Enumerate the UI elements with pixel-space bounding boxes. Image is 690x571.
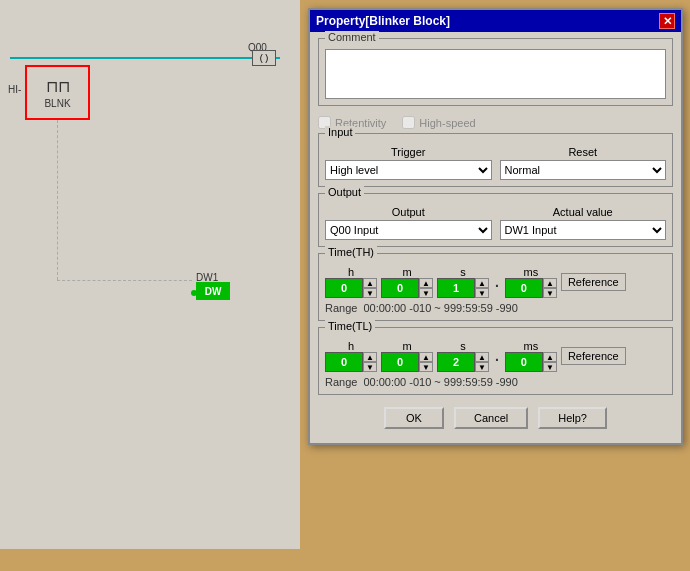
th-ms-up[interactable]: ▲ [543,278,557,288]
dialog-body: Comment Retentivity High-speed Input Tri… [310,32,681,443]
comment-input[interactable] [325,49,666,99]
th-m-group: m ▲ ▼ [381,266,433,298]
tl-s-input[interactable] [437,352,475,372]
th-m-down[interactable]: ▼ [419,288,433,298]
th-m-input[interactable] [381,278,419,298]
tl-m-down[interactable]: ▼ [419,362,433,372]
tl-ms-group: ms ▲ ▼ [505,340,557,372]
th-range-value: 00:00:00 -010 ~ 999:59:59 -990 [363,302,517,314]
orange-bar [0,549,300,571]
tl-h-label: h [348,340,354,352]
trigger-label: Trigger [325,146,492,158]
tl-ms-up[interactable]: ▲ [543,352,557,362]
tl-m-input[interactable] [381,352,419,372]
reset-dropdown[interactable]: Normal [500,160,667,180]
trigger-reset-row: Trigger High level Reset Normal [325,146,666,180]
options-row: Retentivity High-speed [318,112,673,133]
trigger-dropdown[interactable]: High level [325,160,492,180]
comment-label: Comment [325,31,379,43]
tl-dot-separator: . [495,348,499,364]
th-h-down[interactable]: ▼ [363,288,377,298]
input-section-label: Input [325,126,355,138]
coil-symbol: ( ) [260,53,269,63]
reset-col: Reset Normal [500,146,667,180]
tl-h-btns: ▲ ▼ [363,352,377,372]
tl-m-up[interactable]: ▲ [419,352,433,362]
highspeed-label: High-speed [419,117,475,129]
th-ms-btns: ▲ ▼ [543,278,557,298]
tl-h-input[interactable] [325,352,363,372]
tl-s-label: s [460,340,466,352]
th-ms-label: ms [524,266,539,278]
cancel-button[interactable]: Cancel [454,407,528,429]
th-ms-spinner: ▲ ▼ [505,278,557,298]
th-h-spinner: ▲ ▼ [325,278,377,298]
tl-ms-down[interactable]: ▼ [543,362,557,372]
tl-h-spinner: ▲ ▼ [325,352,377,372]
tl-range-value: 00:00:00 -010 ~ 999:59:59 -990 [363,376,517,388]
tl-h-down[interactable]: ▼ [363,362,377,372]
property-dialog: Property[Blinker Block] ✕ Comment Retent… [308,8,683,445]
input-section: Input Trigger High level Reset Normal [318,133,673,187]
tl-s-spinner: ▲ ▼ [437,352,489,372]
dashed-wire-v [57,120,58,280]
actual-value-col: Actual value DW1 Input [500,206,667,240]
th-s-up[interactable]: ▲ [475,278,489,288]
th-s-group: s ▲ ▼ [437,266,489,298]
dw-label: DW [205,286,222,297]
th-m-up[interactable]: ▲ [419,278,433,288]
tl-range-row: Range 00:00:00 -010 ~ 999:59:59 -990 [325,376,666,388]
th-m-label: m [402,266,411,278]
tl-m-group: m ▲ ▼ [381,340,433,372]
time-th-label: Time(TH) [325,246,377,258]
tl-m-label: m [402,340,411,352]
tl-ms-input[interactable] [505,352,543,372]
blnk-symbol: ⊓⊓ [46,77,70,96]
dialog-footer: OK Cancel Help? [318,401,673,437]
tl-m-spinner: ▲ ▼ [381,352,433,372]
time-tl-section: Time(TL) h ▲ ▼ m [318,327,673,395]
th-s-down[interactable]: ▼ [475,288,489,298]
hi-label: HI- [8,84,21,95]
th-reference-button[interactable]: Reference [561,273,626,291]
tl-h-up[interactable]: ▲ [363,352,377,362]
wire-horizontal [10,57,280,59]
tl-reference-button[interactable]: Reference [561,347,626,365]
th-m-btns: ▲ ▼ [419,278,433,298]
th-range-row: Range 00:00:00 -010 ~ 999:59:59 -990 [325,302,666,314]
time-tl-label: Time(TL) [325,320,375,332]
tl-ms-spinner: ▲ ▼ [505,352,557,372]
close-button[interactable]: ✕ [659,13,675,29]
dialog-titlebar: Property[Blinker Block] ✕ [310,10,681,32]
tl-s-up[interactable]: ▲ [475,352,489,362]
tl-ms-btns: ▲ ▼ [543,352,557,372]
highspeed-checkbox[interactable] [402,116,415,129]
time-tl-row: h ▲ ▼ m ▲ ▼ [325,340,666,372]
highspeed-option[interactable]: High-speed [402,116,475,129]
actual-value-label: Actual value [500,206,667,218]
th-ms-down[interactable]: ▼ [543,288,557,298]
help-button[interactable]: Help? [538,407,607,429]
output-section: Output Output Q00 Input Actual value DW1… [318,193,673,247]
th-ms-group: ms ▲ ▼ [505,266,557,298]
output-section-label: Output [325,186,364,198]
ladder-diagram: B0001 HI- ⊓⊓ BLNK Q00 ( ) DW1 DW [0,0,300,571]
tl-s-down[interactable]: ▼ [475,362,489,372]
output-col: Output Q00 Input [325,206,492,240]
actual-value-dropdown[interactable]: DW1 Input [500,220,667,240]
output-dropdown[interactable]: Q00 Input [325,220,492,240]
th-s-input[interactable] [437,278,475,298]
th-h-input[interactable] [325,278,363,298]
th-h-up[interactable]: ▲ [363,278,377,288]
dw1-block: DW [196,282,230,300]
tl-ms-label: ms [524,340,539,352]
th-s-label: s [460,266,466,278]
th-h-group: h ▲ ▼ [325,266,377,298]
output-label: Output [325,206,492,218]
tl-s-group: s ▲ ▼ [437,340,489,372]
blnk-block[interactable]: ⊓⊓ BLNK [25,65,90,120]
time-th-row: h ▲ ▼ m ▲ ▼ [325,266,666,298]
tl-s-btns: ▲ ▼ [475,352,489,372]
ok-button[interactable]: OK [384,407,444,429]
th-ms-input[interactable] [505,278,543,298]
